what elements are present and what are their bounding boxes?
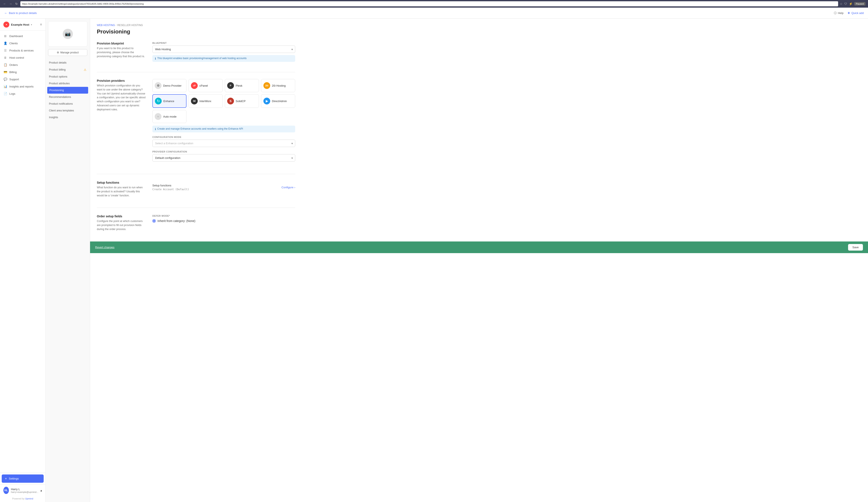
revert-changes-link[interactable]: Revert changes xyxy=(95,246,114,249)
top-bar: ← Back to product details ⓘ Help ✚ Quick… xyxy=(0,8,868,19)
configure-button[interactable]: Configure › xyxy=(281,186,295,189)
help-button[interactable]: ⓘ Help xyxy=(834,11,844,15)
sidebar-header: ✦ Example Host ▾ ≡ xyxy=(0,19,45,31)
shield-icon[interactable]: 🛡 xyxy=(844,2,847,6)
clients-icon: 👤 xyxy=(3,42,7,45)
provider-config-label: PROVIDER CONFIGURATION xyxy=(152,150,295,153)
config-mode-select[interactable]: Select a Enhance configuration ▾ xyxy=(152,139,295,147)
product-nav: Product details Product billing ⚠ Produc… xyxy=(45,59,90,122)
browser-chrome: ← → ↻ https://example.harrydev.uk/admin/… xyxy=(0,0,868,8)
cpanel-label: cPanel xyxy=(199,84,208,87)
defer-mode-value: Inherit from category: (None) xyxy=(157,219,195,223)
camera-icon: 📷 xyxy=(65,31,71,36)
enhance-icon: ↻ xyxy=(155,98,162,104)
blueprint-section-text: If you want to tie this product to provi… xyxy=(97,46,146,58)
sidebar-item-clients[interactable]: 👤 Clients xyxy=(0,40,45,47)
upmind-link[interactable]: Upmind xyxy=(25,497,33,500)
provider-card-cpanel[interactable]: cP cPanel xyxy=(189,79,223,92)
provider-card-demo[interactable]: ⚙ Demo Provider xyxy=(152,79,186,92)
star-icon[interactable]: ☆ xyxy=(840,2,843,6)
order-setup-text: Configure the point at which customers a… xyxy=(97,219,146,231)
provider-card-plesk[interactable]: P Plesk xyxy=(225,79,259,92)
sidebar-item-insights[interactable]: 📊 Insights and reports xyxy=(0,83,45,90)
product-nav-item-notifications[interactable]: Product notifications xyxy=(45,101,90,107)
user-email: harry+example@upmind... xyxy=(11,491,38,493)
product-nav-item-attributes[interactable]: Product attributes xyxy=(45,80,90,87)
section-desc-order: Order setup fields Configure the point a… xyxy=(97,215,146,231)
breadcrumb: WEB HOSTING / RESELLER HOSTING xyxy=(97,24,295,27)
order-setup-fields-section: Order setup fields Configure the point a… xyxy=(97,213,295,236)
brand-logo: ✦ xyxy=(3,22,9,28)
providers-grid: ⚙ Demo Provider cP cPanel P Pl xyxy=(152,79,295,123)
setup-function-row: Setup functions Create Account (Default)… xyxy=(152,181,295,194)
brand-chevron-icon: ▾ xyxy=(31,23,32,26)
product-nav-item-recommendations[interactable]: Recommendations xyxy=(45,94,90,101)
sidebar-item-host-control[interactable]: 🖥 Host control xyxy=(0,54,45,61)
product-nav-item-provisioning[interactable]: Provisioning xyxy=(47,87,88,94)
sidebar-item-products-services[interactable]: ☰ Products & services xyxy=(0,47,45,54)
auto-mode-icon: ≈ xyxy=(155,113,162,120)
extensions-icon[interactable]: ⚡ xyxy=(849,2,852,6)
sidebar-toggle-icon[interactable]: ≡ xyxy=(40,23,42,27)
radio-circle xyxy=(152,219,156,223)
product-nav-item-client-templates[interactable]: Client area templates xyxy=(45,107,90,114)
provider-card-solidcp[interactable]: S SolidCP xyxy=(225,94,259,108)
browser-actions: ☆ 🛡 ⚡ Paused xyxy=(840,2,866,6)
product-nav-item-details[interactable]: Product details xyxy=(45,59,90,66)
save-button[interactable]: Save xyxy=(848,244,863,251)
provider-config-select[interactable]: Default configuration ▾ xyxy=(152,154,295,161)
sidebar-item-orders[interactable]: 📋 Orders xyxy=(0,61,45,69)
enhance-label: Enhance xyxy=(163,100,174,103)
top-bar-left: ← Back to product details xyxy=(4,11,37,15)
sidebar-item-logs[interactable]: 📄 Logs xyxy=(0,90,45,97)
blueprint-select[interactable]: Web Hosting ▾ xyxy=(152,45,295,53)
back-to-product-link[interactable]: ← Back to product details xyxy=(4,11,37,15)
app-container: ← Back to product details ⓘ Help ✚ Quick… xyxy=(0,8,868,502)
manage-product-button[interactable]: ⚙ Manage product xyxy=(48,49,87,56)
provider-card-20i[interactable]: 20i 20i Hosting xyxy=(261,79,295,92)
sidebar-item-billing[interactable]: 💳 Billing xyxy=(0,69,45,76)
blueprint-info-text: This blueprint enables basic provisionin… xyxy=(157,57,247,60)
defer-mode-radio[interactable]: Inherit from category: (None) xyxy=(152,218,295,223)
settings-button[interactable]: ≡ Settings xyxy=(2,474,44,483)
plus-circle-icon: ✚ xyxy=(848,11,850,14)
forward-nav-button[interactable]: → xyxy=(9,2,13,6)
section-desc-blueprint: Provision blueprint If you want to tie t… xyxy=(97,42,146,62)
top-bar-right: ⓘ Help ✚ Quick add xyxy=(834,11,864,15)
provision-providers-section: Provision providers Which provision conf… xyxy=(97,77,295,169)
config-mode-label: CONFIGURATION MODE xyxy=(152,136,295,138)
providers-section-body: ⚙ Demo Provider cP cPanel P Pl xyxy=(152,79,295,164)
reload-button[interactable]: ↻ xyxy=(14,2,19,6)
setup-function-value: Create Account (Default) xyxy=(152,188,189,191)
sidebar-item-dashboard[interactable]: ⊞ Dashboard xyxy=(0,32,45,40)
setup-functions-section: Setup functions What function do you wan… xyxy=(97,179,295,202)
blueprint-label: BLUEPRINT xyxy=(152,42,295,44)
setup-function-label: Setup functions xyxy=(152,184,189,187)
provider-card-directadmin[interactable]: ▶ DirectAdmin xyxy=(261,94,295,108)
breadcrumb-parent[interactable]: WEB HOSTING xyxy=(97,24,115,27)
provider-card-interworx[interactable]: IW InterWorx xyxy=(189,94,223,108)
solidcp-label: SolidCP xyxy=(236,100,246,103)
user-area[interactable]: HL Harry L harry+example@upmind... ▴ xyxy=(0,484,45,496)
back-nav-button[interactable]: ← xyxy=(2,2,7,6)
section-desc-setup: Setup functions What function do you wan… xyxy=(97,181,146,197)
provider-card-enhance[interactable]: ↻ Enhance xyxy=(152,94,186,108)
url-bar[interactable]: https://example.harrydev.uk/admin/settin… xyxy=(20,1,838,6)
settings-icon: ≡ xyxy=(5,477,7,480)
quick-add-button[interactable]: ✚ Quick add xyxy=(848,11,864,14)
avatar: HL xyxy=(3,487,9,494)
product-nav-item-billing[interactable]: Product billing ⚠ xyxy=(45,66,90,73)
insights-icon: 📊 xyxy=(3,85,7,88)
product-nav-item-insights[interactable]: Insights xyxy=(45,114,90,121)
sidebar-item-support[interactable]: 💬 Support xyxy=(0,76,45,83)
user-name: Harry L xyxy=(11,488,38,491)
section-divider-2 xyxy=(97,174,295,174)
20i-icon: 20i xyxy=(264,82,270,89)
gear-icon: ⚙ xyxy=(57,51,59,54)
blueprint-select-value: Web Hosting xyxy=(153,46,295,53)
provider-card-auto[interactable]: ≈ Auto mode xyxy=(152,110,186,123)
info-icon: ℹ xyxy=(155,57,156,60)
20i-label: 20i Hosting xyxy=(272,84,286,87)
product-nav-item-options[interactable]: Product options xyxy=(45,73,90,80)
powered-by: Powered by Upmind xyxy=(0,496,45,502)
